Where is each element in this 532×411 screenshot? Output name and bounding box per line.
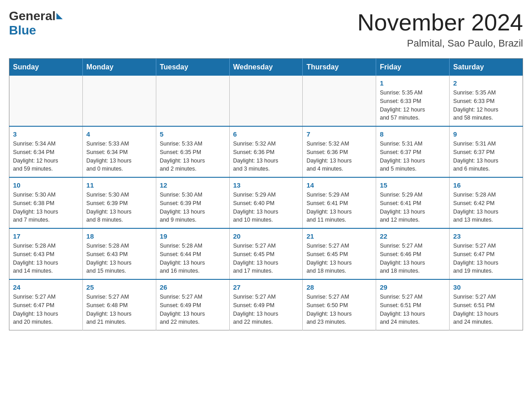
calendar-cell: 21Sunrise: 5:27 AMSunset: 6:45 PMDayligh…: [303, 228, 376, 279]
day-number: 17: [13, 232, 79, 240]
calendar-cell: 7Sunrise: 5:32 AMSunset: 6:36 PMDaylight…: [303, 126, 376, 177]
day-info: Sunrise: 5:27 AMSunset: 6:49 PMDaylight:…: [233, 293, 299, 326]
day-number: 28: [306, 283, 372, 291]
calendar-cell: 26Sunrise: 5:27 AMSunset: 6:49 PMDayligh…: [156, 279, 229, 330]
day-info: Sunrise: 5:27 AMSunset: 6:48 PMDaylight:…: [86, 293, 152, 326]
day-info: Sunrise: 5:35 AMSunset: 6:33 PMDaylight:…: [380, 89, 446, 122]
calendar-cell: [82, 76, 156, 126]
calendar-week-row: 10Sunrise: 5:30 AMSunset: 6:38 PMDayligh…: [9, 177, 523, 228]
calendar-week-row: 17Sunrise: 5:28 AMSunset: 6:43 PMDayligh…: [9, 228, 523, 279]
day-number: 9: [453, 130, 519, 138]
day-info: Sunrise: 5:28 AMSunset: 6:43 PMDaylight:…: [13, 242, 79, 275]
calendar-cell: 24Sunrise: 5:27 AMSunset: 6:47 PMDayligh…: [9, 279, 83, 330]
calendar-cell: 9Sunrise: 5:31 AMSunset: 6:37 PMDaylight…: [450, 126, 523, 177]
logo-blue-text: Blue: [9, 23, 36, 38]
day-number: 5: [160, 130, 226, 138]
day-number: 8: [380, 130, 446, 138]
day-number: 23: [453, 232, 519, 240]
calendar-cell: 1Sunrise: 5:35 AMSunset: 6:33 PMDaylight…: [376, 76, 450, 126]
header-thursday: Thursday: [303, 59, 376, 76]
day-number: 3: [13, 130, 79, 138]
day-info: Sunrise: 5:28 AMSunset: 6:44 PMDaylight:…: [160, 242, 226, 275]
day-info: Sunrise: 5:28 AMSunset: 6:42 PMDaylight:…: [453, 191, 519, 224]
calendar-cell: [156, 76, 229, 126]
day-info: Sunrise: 5:27 AMSunset: 6:49 PMDaylight:…: [160, 293, 226, 326]
day-number: 10: [13, 181, 79, 189]
day-info: Sunrise: 5:28 AMSunset: 6:43 PMDaylight:…: [86, 242, 152, 275]
day-number: 19: [160, 232, 226, 240]
day-info: Sunrise: 5:29 AMSunset: 6:40 PMDaylight:…: [233, 191, 299, 224]
day-info: Sunrise: 5:27 AMSunset: 6:50 PMDaylight:…: [306, 293, 372, 326]
calendar-cell: 15Sunrise: 5:29 AMSunset: 6:41 PMDayligh…: [376, 177, 450, 228]
calendar-cell: [229, 76, 303, 126]
calendar-cell: 8Sunrise: 5:31 AMSunset: 6:37 PMDaylight…: [376, 126, 450, 177]
day-number: 26: [160, 283, 226, 291]
calendar-cell: 25Sunrise: 5:27 AMSunset: 6:48 PMDayligh…: [82, 279, 156, 330]
logo-triangle-icon: [56, 13, 63, 19]
calendar-cell: 12Sunrise: 5:30 AMSunset: 6:39 PMDayligh…: [156, 177, 229, 228]
calendar-cell: 27Sunrise: 5:27 AMSunset: 6:49 PMDayligh…: [229, 279, 303, 330]
header-monday: Monday: [82, 59, 156, 76]
day-info: Sunrise: 5:27 AMSunset: 6:47 PMDaylight:…: [13, 293, 79, 326]
day-info: Sunrise: 5:35 AMSunset: 6:33 PMDaylight:…: [453, 89, 519, 122]
day-number: 13: [233, 181, 299, 189]
header-saturday: Saturday: [450, 59, 523, 76]
day-number: 22: [380, 232, 446, 240]
header-wednesday: Wednesday: [229, 59, 303, 76]
location-title: Palmital, Sao Paulo, Brazil: [357, 38, 523, 49]
day-info: Sunrise: 5:30 AMSunset: 6:38 PMDaylight:…: [13, 191, 79, 224]
day-number: 27: [233, 283, 299, 291]
month-title: November 2024: [357, 9, 523, 36]
calendar-cell: [9, 76, 83, 126]
day-info: Sunrise: 5:30 AMSunset: 6:39 PMDaylight:…: [86, 191, 152, 224]
calendar-cell: 22Sunrise: 5:27 AMSunset: 6:46 PMDayligh…: [376, 228, 450, 279]
day-number: 21: [306, 232, 372, 240]
calendar-header-row: SundayMondayTuesdayWednesdayThursdayFrid…: [9, 59, 523, 76]
calendar-cell: 18Sunrise: 5:28 AMSunset: 6:43 PMDayligh…: [82, 228, 156, 279]
day-info: Sunrise: 5:33 AMSunset: 6:35 PMDaylight:…: [160, 140, 226, 173]
calendar-cell: 17Sunrise: 5:28 AMSunset: 6:43 PMDayligh…: [9, 228, 83, 279]
day-info: Sunrise: 5:27 AMSunset: 6:47 PMDaylight:…: [453, 242, 519, 275]
day-number: 15: [380, 181, 446, 189]
calendar-cell: 10Sunrise: 5:30 AMSunset: 6:38 PMDayligh…: [9, 177, 83, 228]
calendar-cell: 28Sunrise: 5:27 AMSunset: 6:50 PMDayligh…: [303, 279, 376, 330]
day-info: Sunrise: 5:27 AMSunset: 6:51 PMDaylight:…: [380, 293, 446, 326]
calendar-cell: 19Sunrise: 5:28 AMSunset: 6:44 PMDayligh…: [156, 228, 229, 279]
day-number: 12: [160, 181, 226, 189]
day-info: Sunrise: 5:32 AMSunset: 6:36 PMDaylight:…: [233, 140, 299, 173]
day-number: 6: [233, 130, 299, 138]
calendar-cell: 3Sunrise: 5:34 AMSunset: 6:34 PMDaylight…: [9, 126, 83, 177]
calendar-cell: 29Sunrise: 5:27 AMSunset: 6:51 PMDayligh…: [376, 279, 450, 330]
day-info: Sunrise: 5:29 AMSunset: 6:41 PMDaylight:…: [380, 191, 446, 224]
day-number: 4: [86, 130, 152, 138]
day-number: 20: [233, 232, 299, 240]
day-info: Sunrise: 5:27 AMSunset: 6:46 PMDaylight:…: [380, 242, 446, 275]
calendar-cell: 13Sunrise: 5:29 AMSunset: 6:40 PMDayligh…: [229, 177, 303, 228]
calendar-cell: 4Sunrise: 5:33 AMSunset: 6:34 PMDaylight…: [82, 126, 156, 177]
day-info: Sunrise: 5:31 AMSunset: 6:37 PMDaylight:…: [380, 140, 446, 173]
logo-general-text: General: [9, 9, 56, 23]
header-tuesday: Tuesday: [156, 59, 229, 76]
day-number: 7: [306, 130, 372, 138]
day-info: Sunrise: 5:33 AMSunset: 6:34 PMDaylight:…: [86, 140, 152, 173]
day-number: 29: [380, 283, 446, 291]
day-number: 11: [86, 181, 152, 189]
day-info: Sunrise: 5:27 AMSunset: 6:45 PMDaylight:…: [233, 242, 299, 275]
day-info: Sunrise: 5:32 AMSunset: 6:36 PMDaylight:…: [306, 140, 372, 173]
calendar-cell: 6Sunrise: 5:32 AMSunset: 6:36 PMDaylight…: [229, 126, 303, 177]
title-area: November 2024 Palmital, Sao Paulo, Brazi…: [357, 9, 523, 49]
calendar-cell: [303, 76, 376, 126]
day-info: Sunrise: 5:31 AMSunset: 6:37 PMDaylight:…: [453, 140, 519, 173]
calendar-cell: 16Sunrise: 5:28 AMSunset: 6:42 PMDayligh…: [450, 177, 523, 228]
calendar-cell: 11Sunrise: 5:30 AMSunset: 6:39 PMDayligh…: [82, 177, 156, 228]
day-number: 14: [306, 181, 372, 189]
calendar-table: SundayMondayTuesdayWednesdayThursdayFrid…: [9, 58, 523, 330]
day-number: 25: [86, 283, 152, 291]
header: General Blue November 2024 Palmital, Sao…: [9, 9, 523, 49]
day-info: Sunrise: 5:30 AMSunset: 6:39 PMDaylight:…: [160, 191, 226, 224]
calendar-week-row: 3Sunrise: 5:34 AMSunset: 6:34 PMDaylight…: [9, 126, 523, 177]
day-number: 16: [453, 181, 519, 189]
logo: General Blue: [9, 9, 64, 38]
day-number: 1: [380, 79, 446, 87]
calendar-cell: 23Sunrise: 5:27 AMSunset: 6:47 PMDayligh…: [450, 228, 523, 279]
